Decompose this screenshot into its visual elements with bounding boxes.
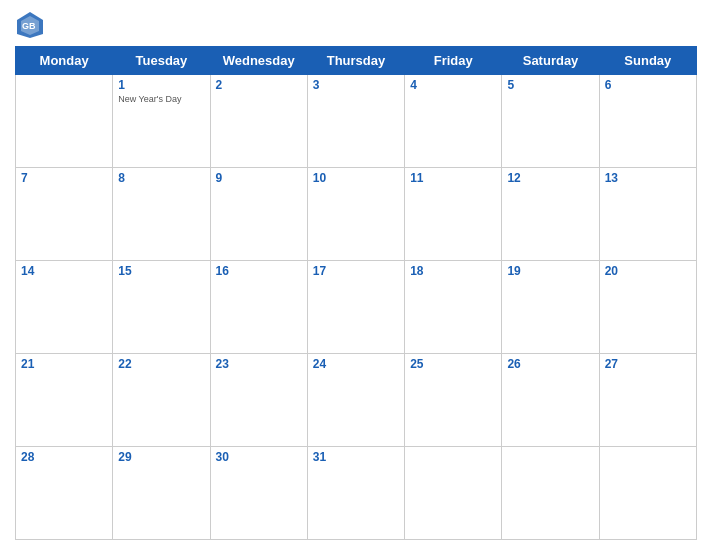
calendar-cell: 11 [405,168,502,261]
calendar-cell: 17 [307,261,404,354]
holiday-label: New Year's Day [118,94,204,105]
day-number: 9 [216,171,302,185]
calendar-cell: 20 [599,261,696,354]
day-number: 30 [216,450,302,464]
calendar-cell: 4 [405,75,502,168]
day-number: 18 [410,264,496,278]
calendar-cell: 24 [307,354,404,447]
day-number: 31 [313,450,399,464]
calendar-cell [405,447,502,540]
day-number: 8 [118,171,204,185]
day-number: 25 [410,357,496,371]
calendar-cell: 25 [405,354,502,447]
calendar-cell: 14 [16,261,113,354]
weekday-header-saturday: Saturday [502,47,599,75]
calendar-cell: 27 [599,354,696,447]
calendar-cell: 16 [210,261,307,354]
calendar-cell: 19 [502,261,599,354]
svg-text:GB: GB [22,21,36,31]
calendar-cell: 15 [113,261,210,354]
day-number: 6 [605,78,691,92]
weekday-header-tuesday: Tuesday [113,47,210,75]
day-number: 23 [216,357,302,371]
calendar-cell [16,75,113,168]
day-number: 2 [216,78,302,92]
day-number: 20 [605,264,691,278]
weekday-header-sunday: Sunday [599,47,696,75]
calendar-cell: 1New Year's Day [113,75,210,168]
day-number: 26 [507,357,593,371]
logo-icon: GB [15,10,45,40]
day-number: 12 [507,171,593,185]
calendar-cell: 10 [307,168,404,261]
calendar-cell: 5 [502,75,599,168]
calendar-cell: 12 [502,168,599,261]
day-number: 22 [118,357,204,371]
calendar-cell: 23 [210,354,307,447]
day-number: 10 [313,171,399,185]
day-number: 14 [21,264,107,278]
calendar-week-3: 14151617181920 [16,261,697,354]
day-number: 24 [313,357,399,371]
calendar-cell: 30 [210,447,307,540]
day-number: 17 [313,264,399,278]
day-number: 5 [507,78,593,92]
day-number: 16 [216,264,302,278]
calendar-header: GB [15,10,697,40]
day-number: 21 [21,357,107,371]
calendar-cell: 3 [307,75,404,168]
calendar-week-4: 21222324252627 [16,354,697,447]
calendar-cell: 22 [113,354,210,447]
day-number: 27 [605,357,691,371]
calendar-cell [599,447,696,540]
day-number: 29 [118,450,204,464]
day-number: 3 [313,78,399,92]
day-number: 13 [605,171,691,185]
day-number: 15 [118,264,204,278]
calendar-cell: 6 [599,75,696,168]
calendar-week-5: 28293031 [16,447,697,540]
calendar-cell: 8 [113,168,210,261]
calendar-cell: 28 [16,447,113,540]
day-number: 19 [507,264,593,278]
calendar-cell: 26 [502,354,599,447]
weekday-header-wednesday: Wednesday [210,47,307,75]
day-number: 7 [21,171,107,185]
calendar-cell: 18 [405,261,502,354]
calendar-cell: 9 [210,168,307,261]
logo: GB [15,10,49,40]
calendar-table: MondayTuesdayWednesdayThursdayFridaySatu… [15,46,697,540]
day-number: 28 [21,450,107,464]
calendar-week-1: 1New Year's Day23456 [16,75,697,168]
weekday-header-thursday: Thursday [307,47,404,75]
weekday-header-row: MondayTuesdayWednesdayThursdayFridaySatu… [16,47,697,75]
day-number: 1 [118,78,204,92]
calendar-cell: 21 [16,354,113,447]
calendar-cell: 2 [210,75,307,168]
calendar-cell: 7 [16,168,113,261]
calendar-cell: 31 [307,447,404,540]
calendar-cell [502,447,599,540]
calendar-week-2: 78910111213 [16,168,697,261]
weekday-header-monday: Monday [16,47,113,75]
calendar-cell: 13 [599,168,696,261]
day-number: 4 [410,78,496,92]
calendar-cell: 29 [113,447,210,540]
weekday-header-friday: Friday [405,47,502,75]
day-number: 11 [410,171,496,185]
